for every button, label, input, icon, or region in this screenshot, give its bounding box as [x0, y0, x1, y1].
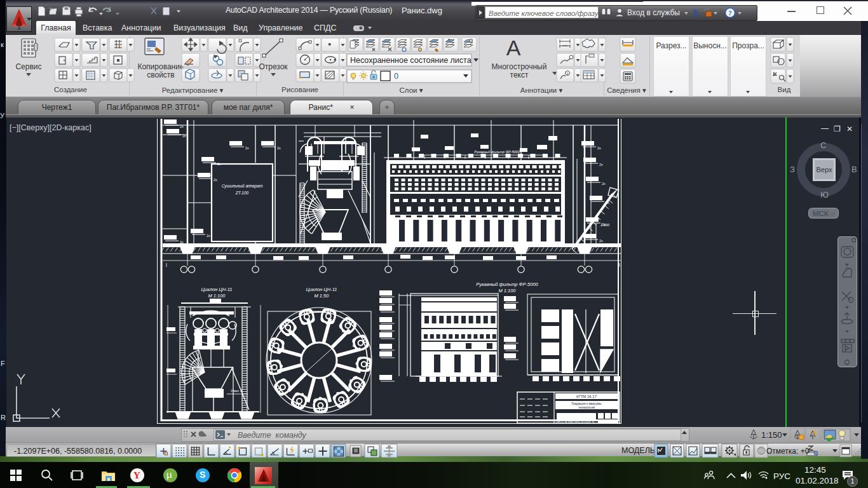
svg-text:2x: 2x — [217, 162, 221, 166]
svg-text:Циклон ЦН-11: Циклон ЦН-11 — [201, 287, 233, 292]
svg-text:М 1:100: М 1:100 — [498, 288, 516, 294]
svg-text:2x: 2x — [214, 178, 217, 182]
svg-text:Вход в службы: Вход в службы — [627, 8, 680, 17]
svg-text:2x: 2x — [277, 146, 281, 150]
svg-text:КГТМ 16.17: КГТМ 16.17 — [576, 395, 597, 398]
svg-text:2x: 2x — [599, 163, 603, 166]
svg-text:A: A — [18, 26, 21, 30]
svg-text:Рукавный фильтр ФР-5000: Рукавный фильтр ФР-5000 — [474, 150, 520, 154]
svg-text:ЦН-11 М.ХВД.ХВД.ДП-00Х. Б: ЦН-11 М.ХВД.ХВД.ДП-00Х. Б — [556, 421, 595, 424]
svg-text:2x: 2x — [207, 234, 210, 238]
svg-text:2x: 2x — [597, 146, 601, 150]
svg-text:технология: технология — [578, 405, 595, 409]
svg-text:Сушильный аппарат: Сушильный аппарат — [222, 184, 263, 189]
svg-text:2x: 2x — [182, 134, 186, 138]
svg-text:1:150: 1:150 — [761, 430, 782, 440]
svg-text:М 1:100: М 1:100 — [208, 293, 226, 299]
svg-text:Циклон ЦН-11: Циклон ЦН-11 — [306, 287, 337, 292]
svg-text:1.600: 1.600 — [600, 223, 610, 227]
svg-text:?: ? — [728, 9, 732, 17]
svg-text:2x: 2x — [599, 239, 603, 243]
svg-text:ZT-100: ZT-100 — [235, 191, 249, 195]
svg-text:Узел 1: Узел 1 — [230, 389, 242, 393]
svg-text:М 1:50: М 1:50 — [315, 293, 330, 299]
svg-text:2x: 2x — [180, 125, 184, 128]
svg-text:X: X — [692, 8, 700, 18]
svg-text:2x: 2x — [245, 146, 249, 150]
svg-text:Рукавный фильтр ФР-5000: Рукавный фильтр ФР-5000 — [476, 281, 538, 287]
svg-text:2x: 2x — [602, 182, 606, 186]
